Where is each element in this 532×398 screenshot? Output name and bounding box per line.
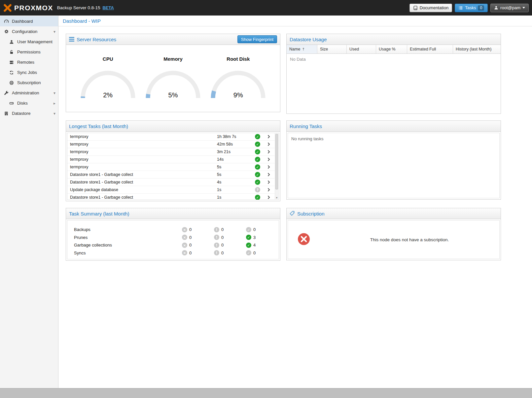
task-detail-chevron-icon[interactable] [264, 188, 274, 192]
scrollbar-thumb[interactable] [275, 134, 278, 189]
ok-count: 4 [253, 243, 256, 248]
warning-count: 0 [221, 227, 224, 232]
dashboard-content: Server Resources Show Fingerprint CPU [58, 26, 532, 261]
task-detail-chevron-icon[interactable] [264, 157, 274, 161]
scrollbar[interactable]: ▾ [275, 133, 278, 199]
column-header-estimated-full[interactable]: Estimated Full [407, 45, 453, 53]
proxmox-x-icon [3, 4, 12, 12]
sidebar-item-subscription[interactable]: Subscription [0, 78, 58, 88]
hdd-icon [9, 101, 14, 106]
caret-down-icon: ▾ [53, 91, 55, 95]
user-icon [494, 6, 498, 10]
server-resources-panel: Server Resources Show Fingerprint CPU [66, 34, 280, 112]
column-header-name[interactable]: Name ↑ [287, 45, 317, 53]
sidebar-item-label: Remotes [17, 60, 34, 65]
show-fingerprint-button[interactable]: Show Fingerprint [237, 35, 277, 43]
sidebar-item-sync-jobs[interactable]: Sync Jobs [0, 67, 58, 78]
panel-title: Task Summary (last Month) [69, 211, 129, 216]
sidebar-item-administration[interactable]: Administration ▾ [0, 88, 58, 98]
warning-count-icon: ! [214, 243, 219, 248]
book-icon [413, 6, 418, 10]
task-summary-label: Garbage collections [74, 243, 182, 248]
sidebar-item-label: Administration [12, 90, 39, 95]
datastore-usage-panel: Datastore Usage Name ↑ Size Used Usage %… [286, 34, 501, 114]
gauge-value: 2% [78, 91, 138, 99]
user-label: root@pam [500, 5, 520, 10]
task-detail-chevron-icon[interactable] [264, 142, 274, 146]
task-row[interactable]: termproxy 1h 38m 7s ✓ [67, 133, 279, 141]
column-header-usage-pct[interactable]: Usage % [376, 45, 407, 53]
task-row[interactable]: Datastore store1 - Garbage collect 4s ✓ [67, 179, 279, 186]
sidebar-item-permissions[interactable]: Permissions [0, 47, 58, 57]
task-duration: 1s [217, 195, 252, 200]
task-duration: 42m 58s [217, 142, 252, 147]
gauge-label: Memory [143, 56, 203, 62]
panel-title: Server Resources [77, 37, 116, 42]
task-status-icon: ✓ [255, 180, 260, 185]
task-detail-chevron-icon[interactable] [264, 180, 274, 184]
error-count: 0 [189, 250, 192, 255]
sidebar: Dashboard Configuration ▾ User Managemen… [0, 16, 58, 388]
task-name: Update package database [67, 187, 217, 192]
cpu-gauge: CPU 2% [78, 56, 138, 100]
error-count-icon: × [182, 243, 187, 248]
task-row[interactable]: Datastore store1 - Garbage collect 5s ✓ [67, 171, 279, 179]
panel-title: Datastore Usage [290, 37, 327, 42]
subscription-header: Subscription [287, 208, 501, 219]
task-row[interactable]: termproxy 42m 58s ✓ [67, 141, 279, 148]
task-detail-chevron-icon[interactable] [264, 150, 274, 154]
caret-down-icon: ▾ [53, 111, 55, 116]
ok-count-icon: ✓ [246, 235, 251, 240]
scroll-down-icon[interactable]: ▾ [275, 196, 278, 199]
life-ring-icon [9, 81, 14, 85]
tasks-button[interactable]: Tasks 0 [455, 4, 488, 12]
error-count: 0 [189, 227, 192, 232]
sidebar-item-remotes[interactable]: Remotes [0, 57, 58, 67]
task-detail-chevron-icon[interactable] [264, 135, 274, 139]
ok-count-icon: ✓ [246, 250, 251, 255]
sidebar-item-disks[interactable]: Disks ▸ [0, 98, 58, 108]
longest-tasks-list: termproxy 1h 38m 7s ✓ termproxy 42m 58s … [67, 133, 279, 200]
task-summary-row: Syncs × 0 ! 0 ✓ 0 [67, 249, 279, 257]
task-row[interactable]: Datastore store1 - Garbage collect 1s ✓ [67, 194, 279, 200]
task-row[interactable]: termproxy 3m 21s ✓ [67, 148, 279, 156]
beta-link[interactable]: BETA [102, 5, 114, 10]
error-count: 0 [189, 235, 192, 240]
logo-wordmark: PROXMOX [14, 4, 53, 12]
sidebar-item-user-management[interactable]: User Management [0, 37, 58, 47]
ok-count-icon: ✓ [246, 243, 251, 248]
task-status-icon: ✓ [255, 142, 260, 147]
task-summary-list: Backups × 0 ! 0 ✓ 0 Prunes × 0 ! 0 ✓ 3 G… [67, 220, 279, 257]
caret-down-icon: ▾ [53, 29, 55, 34]
sidebar-item-datastore[interactable]: Datastore ▾ [0, 108, 58, 118]
warning-count-icon: ! [214, 235, 219, 240]
task-row[interactable]: termproxy 5s ✓ [67, 163, 279, 171]
column-header-size[interactable]: Size [317, 45, 347, 53]
gauge-value: 9% [208, 91, 268, 99]
task-detail-chevron-icon[interactable] [264, 165, 274, 169]
task-detail-chevron-icon[interactable] [264, 195, 274, 199]
documentation-button[interactable]: Documentation [409, 4, 452, 12]
tachometer-icon [4, 19, 9, 24]
gauges-row: CPU 2% Memory [66, 45, 280, 100]
task-summary-label: Syncs [74, 250, 182, 255]
sort-asc-icon: ↑ [302, 47, 305, 51]
column-header-used[interactable]: Used [347, 45, 376, 53]
sidebar-item-configuration[interactable]: Configuration ▾ [0, 26, 58, 37]
running-tasks-header: Running Tasks [287, 121, 501, 132]
sidebar-item-dashboard[interactable]: Dashboard [0, 16, 58, 26]
product-title: Backup Server 0.8-15 [57, 5, 100, 10]
task-list-icon [458, 6, 463, 10]
task-detail-chevron-icon[interactable] [264, 173, 274, 177]
column-label: Name [289, 47, 300, 51]
column-header-history[interactable]: History (last Month) [453, 45, 501, 53]
task-row[interactable]: termproxy 14s ✓ [67, 156, 279, 163]
task-status-icon: ? [255, 187, 260, 192]
task-name: termproxy [67, 134, 217, 139]
gauge-label: CPU [78, 56, 138, 62]
task-duration: 14s [217, 157, 252, 162]
warning-count: 0 [221, 243, 224, 248]
unlock-icon [9, 50, 14, 54]
task-row[interactable]: Update package database 1s ? [67, 186, 279, 194]
user-menu-button[interactable]: root@pam [490, 4, 529, 12]
